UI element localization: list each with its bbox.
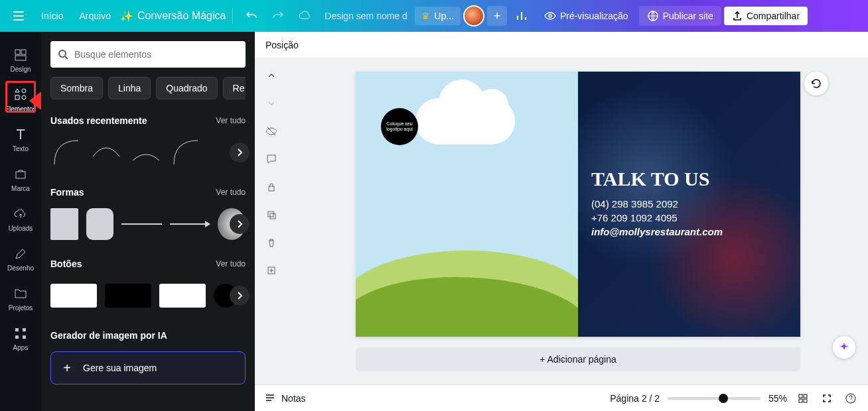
button-white[interactable] <box>50 284 97 308</box>
shapes-next[interactable] <box>230 214 250 234</box>
fullscreen-icon[interactable] <box>819 390 835 406</box>
layout-icon <box>13 47 29 63</box>
lock-icon[interactable] <box>263 179 279 195</box>
refresh-icon <box>810 78 822 89</box>
magic-assistant-button[interactable] <box>832 335 856 359</box>
search-input[interactable] <box>74 49 239 60</box>
share-button[interactable]: Compartilhar <box>724 7 808 25</box>
publish-button[interactable]: Publicar site <box>639 6 721 26</box>
buttons-see-all[interactable]: Ver tudo <box>216 259 246 268</box>
phone-2[interactable]: +76 209 1092 4095 <box>591 212 723 223</box>
delete-icon[interactable] <box>263 235 279 251</box>
button-black[interactable] <box>105 284 151 308</box>
chevron-right-icon <box>235 148 244 157</box>
svg-point-0 <box>549 15 551 17</box>
crown-icon: ♛ <box>421 11 430 21</box>
page-indicator[interactable]: Página 2 / 2 <box>610 393 660 404</box>
chip-linha[interactable]: Linha <box>108 77 151 99</box>
undo-button[interactable] <box>240 4 263 28</box>
shape-arrow[interactable] <box>170 223 210 225</box>
chip-more[interactable]: Re <box>223 77 246 99</box>
arc-element-1[interactable] <box>50 137 82 168</box>
svg-rect-8 <box>16 172 25 178</box>
cloud-sync-icon[interactable] <box>293 4 317 28</box>
shapes-see-all[interactable]: Ver tudo <box>216 188 246 197</box>
add-page-button[interactable]: + Adicionar página <box>356 347 800 371</box>
redo-button[interactable] <box>266 4 290 28</box>
notes-button[interactable]: Notas <box>264 392 306 404</box>
visibility-icon[interactable] <box>263 123 279 139</box>
generate-image-card[interactable]: + Gere sua imagem <box>50 351 246 384</box>
analytics-icon[interactable] <box>510 4 534 28</box>
refresh-button[interactable] <box>804 72 828 95</box>
notes-label: Notas <box>281 393 306 404</box>
upgrade-label: Up... <box>434 11 454 21</box>
svg-rect-21 <box>804 399 807 402</box>
zoom-value[interactable]: 55% <box>768 393 787 404</box>
apps-icon <box>13 325 29 341</box>
position-menu[interactable]: Posição <box>265 40 299 50</box>
svg-rect-3 <box>21 50 26 54</box>
phone-1[interactable]: (04) 298 3985 2092 <box>591 198 723 209</box>
shape-line[interactable] <box>121 223 162 225</box>
shapes-heading: Formas <box>50 187 84 198</box>
leftnav-draw[interactable]: Desenho <box>0 239 41 278</box>
duplicate-icon[interactable] <box>263 207 279 223</box>
talk-title[interactable]: TALK TO US <box>591 168 723 190</box>
leftnav-projects-label: Projetos <box>9 304 33 312</box>
svg-rect-2 <box>15 50 20 54</box>
leftnav-brand-label: Marca <box>11 185 30 192</box>
add-page-icon[interactable] <box>263 263 279 278</box>
shape-square[interactable] <box>50 208 78 240</box>
page-down-icon[interactable] <box>263 95 279 111</box>
chip-sombra[interactable]: Sombra <box>50 77 103 99</box>
cloud-graphic <box>415 98 515 145</box>
leftnav-text-label: Texto <box>13 145 29 152</box>
preview-label: Pré-visualização <box>560 11 628 21</box>
arc-element-3[interactable] <box>130 137 162 168</box>
svg-rect-9 <box>15 328 19 331</box>
upgrade-button[interactable]: ♛ Up... <box>415 7 461 25</box>
svg-rect-20 <box>799 399 802 402</box>
leftnav-apps[interactable]: Apps <box>0 318 41 358</box>
page-up-icon[interactable] <box>263 68 279 84</box>
zoom-slider[interactable] <box>668 397 760 400</box>
design-name-input[interactable] <box>319 5 412 27</box>
shape-rounded-square[interactable] <box>86 208 114 240</box>
grid-view-icon[interactable] <box>795 390 811 406</box>
comment-icon[interactable] <box>263 151 279 167</box>
svg-rect-10 <box>23 328 26 331</box>
user-avatar[interactable] <box>463 5 484 27</box>
notes-icon <box>264 392 276 404</box>
leftnav-uploads[interactable]: Uploads <box>0 199 41 239</box>
buttons-next[interactable] <box>230 286 250 306</box>
leftnav-design[interactable]: Design <box>0 40 41 80</box>
file-menu[interactable]: Arquivo <box>72 5 117 27</box>
recent-see-all[interactable]: Ver tudo <box>216 116 246 125</box>
magic-label: Conversão Mágica <box>137 10 226 22</box>
canvas-page[interactable]: Coloque seu logotipo aqui TALK TO US (04… <box>356 72 800 337</box>
preview-button[interactable]: Pré-visualização <box>536 6 636 26</box>
button-white-2[interactable] <box>159 284 206 308</box>
leftnav-brand[interactable]: Marca <box>0 159 41 199</box>
magic-conversion[interactable]: ✨ Conversão Mágica <box>120 10 226 23</box>
logo-placeholder[interactable]: Coloque seu logotipo aqui <box>381 108 418 145</box>
leftnav-text[interactable]: Texto <box>0 119 41 159</box>
chip-quadrado[interactable]: Quadrado <box>156 77 217 99</box>
search-elements[interactable] <box>50 41 246 68</box>
expand-timeline[interactable] <box>556 355 567 366</box>
help-icon[interactable] <box>843 390 859 406</box>
leftnav-projects[interactable]: Projetos <box>0 278 41 318</box>
recent-heading: Usados recentemente <box>50 115 147 126</box>
arc-element-4[interactable] <box>170 137 202 168</box>
arc-element-2[interactable] <box>90 137 122 168</box>
svg-rect-12 <box>23 335 26 339</box>
home-link[interactable]: Início <box>35 5 70 27</box>
add-collaborator-button[interactable]: + <box>487 6 507 26</box>
chevron-up-icon <box>556 355 567 366</box>
cloud-upload-icon <box>13 206 29 222</box>
hamburger-menu[interactable] <box>5 3 32 29</box>
email[interactable]: info@mollysrestaurant.com <box>591 226 723 237</box>
plus-icon: + <box>60 361 74 375</box>
recent-next[interactable] <box>230 143 250 162</box>
